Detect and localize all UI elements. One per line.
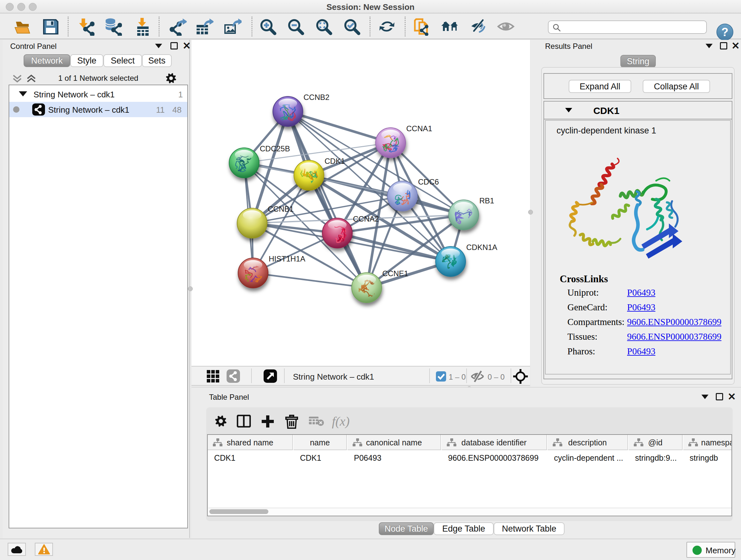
left-splitter-handle[interactable]	[188, 287, 193, 291]
table-panel-close-icon[interactable]: ✕	[728, 393, 736, 401]
tab-string[interactable]: String	[620, 55, 656, 68]
scrollbar-thumb[interactable]	[209, 509, 268, 514]
center-view-icon[interactable]	[513, 369, 528, 385]
control-panel-close-icon[interactable]: ✕	[183, 42, 191, 50]
export-image-icon[interactable]	[223, 17, 242, 36]
node-RB1[interactable]: RB1	[449, 196, 494, 230]
cell-id[interactable]: stringdb:9...	[635, 451, 681, 465]
table-panel-menu-icon[interactable]	[701, 395, 709, 399]
open-session-icon[interactable]	[14, 17, 32, 36]
network-row-selected[interactable]: String Network – cdk1 11 48	[9, 102, 187, 117]
delete-table-icon	[309, 415, 323, 429]
cell-namespace[interactable]: stringdb	[690, 451, 732, 465]
tab-node-table[interactable]: Node Table	[379, 522, 434, 535]
control-panel-float-icon[interactable]	[171, 42, 178, 50]
cdk1-section-content: cyclin-dependent kinase 1 CrossLinks Uni…	[545, 120, 731, 374]
edge-CCNB2-CCNA1[interactable]	[288, 111, 391, 143]
refresh-icon[interactable]	[378, 17, 397, 36]
string-network-icon	[32, 104, 45, 118]
tab-network[interactable]: Network	[23, 54, 70, 67]
hide-selected-icon[interactable]	[469, 17, 488, 36]
delete-column-icon[interactable]	[285, 415, 299, 429]
cell-description[interactable]: cyclin-dependent ...	[554, 451, 627, 465]
zoom-in-icon[interactable]	[259, 17, 277, 36]
tab-label: Node Table	[380, 524, 433, 534]
node-label-CCNE1: CCNE1	[382, 269, 408, 278]
section-expander-icon[interactable]	[565, 108, 572, 112]
crosslink-label: Compartments:	[567, 317, 624, 327]
collection-expander-icon[interactable]	[19, 91, 27, 97]
cell-databaseidentifier[interactable]: 9606.ENSP00000378699	[448, 451, 546, 465]
crosslink-value-link[interactable]: P06493	[627, 287, 656, 298]
column-header-sharedname[interactable]: shared name	[208, 435, 293, 450]
cell-name[interactable]: CDK1	[300, 451, 346, 465]
add-column-icon[interactable]	[261, 415, 275, 429]
edge-HIST1H1A-CCNE1[interactable]	[253, 273, 367, 288]
tab-sets[interactable]: Sets	[142, 54, 172, 67]
tab-label: Style	[71, 56, 103, 66]
results-panel-menu-icon[interactable]	[705, 44, 713, 48]
crosslinks-section: CrossLinks Uniprot: P06493GeneCard: P064…	[560, 273, 608, 285]
import-network-icon[interactable]	[76, 17, 95, 36]
zoom-out-icon[interactable]	[286, 17, 305, 36]
network-collection-row[interactable]: String Network – cdk1 1	[9, 86, 187, 102]
column-header-namespace[interactable]: namespace	[683, 435, 732, 450]
gear-icon[interactable]	[214, 415, 228, 429]
import-table-icon[interactable]	[133, 17, 152, 36]
search-input[interactable]	[564, 22, 704, 33]
memory-button[interactable]: Memory	[686, 542, 735, 558]
warnings-button[interactable]	[35, 543, 53, 556]
crosslink-value-link[interactable]: P06493	[627, 302, 656, 313]
node-CCNE1[interactable]: CCNE1	[352, 269, 408, 303]
results-panel-float-icon[interactable]	[720, 42, 727, 50]
birdseye-grid-icon[interactable]	[207, 370, 219, 384]
cell-sharedname[interactable]: CDK1	[214, 451, 292, 465]
crosslink-value-link[interactable]: P06493	[627, 346, 656, 357]
tab-edge-table[interactable]: Edge Table	[434, 522, 494, 535]
tab-style[interactable]: Style	[70, 54, 104, 67]
detach-view-icon[interactable]	[264, 369, 277, 384]
tab-network-table[interactable]: Network Table	[494, 522, 564, 535]
node-CDKN1A[interactable]: CDKN1A	[435, 243, 497, 276]
network-options-gear-icon[interactable]	[165, 72, 177, 85]
node-CCNA1[interactable]: CCNA1	[376, 124, 432, 158]
control-panel-menu-icon[interactable]	[155, 44, 162, 48]
import-database-icon[interactable]	[104, 17, 122, 36]
column-header-name[interactable]: name	[293, 435, 347, 450]
first-neighbors-icon[interactable]	[441, 17, 460, 36]
network-canvas[interactable]: CCNB2 CCNA1 CDC25B CDK1 CDC6 RB1	[192, 40, 530, 366]
save-session-icon[interactable]	[42, 17, 60, 36]
table-horizontal-scrollbar[interactable]	[208, 508, 731, 515]
tab-select[interactable]: Select	[104, 54, 142, 67]
expand-all-button[interactable]: Expand All	[569, 80, 631, 93]
column-header-canonicalname[interactable]: canonical name	[347, 435, 441, 450]
network-type-icon[interactable]	[226, 369, 240, 384]
search-box	[548, 20, 707, 34]
right-splitter-handle[interactable]	[528, 210, 533, 214]
crosslink-value-link[interactable]: 9606.ENSP00000378699	[627, 331, 722, 342]
node-HIST1H1A[interactable]: HIST1H1A	[238, 254, 306, 288]
selected-checkbox-icon[interactable]	[436, 371, 446, 383]
cell-canonicalname[interactable]: P06493	[354, 451, 440, 465]
table-panel-float-icon[interactable]	[716, 393, 723, 400]
collapse-all-button[interactable]: Collapse All	[643, 80, 710, 93]
cloud-button[interactable]	[8, 543, 26, 556]
export-table-icon[interactable]	[195, 17, 214, 36]
hidden-eye-icon[interactable]	[470, 370, 484, 384]
zoom-selected-icon[interactable]	[343, 17, 361, 36]
collapse-all-icon[interactable]	[11, 74, 23, 84]
zoom-fit-icon[interactable]	[315, 17, 333, 36]
help-button[interactable]: ?	[717, 23, 733, 41]
column-header-id[interactable]: @id	[629, 435, 683, 450]
column-header-description[interactable]: description	[548, 435, 628, 450]
results-panel-close-icon[interactable]: ✕	[731, 42, 740, 50]
export-network-icon[interactable]	[169, 17, 187, 36]
columns-icon[interactable]	[237, 415, 251, 429]
crosslink-value-link[interactable]: 9606.ENSP00000378699	[627, 317, 722, 327]
toolbar-separator	[369, 17, 370, 37]
show-all-icon[interactable]	[497, 17, 515, 36]
copy-network-icon[interactable]	[413, 17, 432, 36]
collection-label: String Network – cdk1	[33, 90, 115, 100]
cdk1-section-header[interactable]: CDK1	[544, 102, 732, 119]
column-header-databaseidentifier[interactable]: database identifier	[442, 435, 547, 450]
